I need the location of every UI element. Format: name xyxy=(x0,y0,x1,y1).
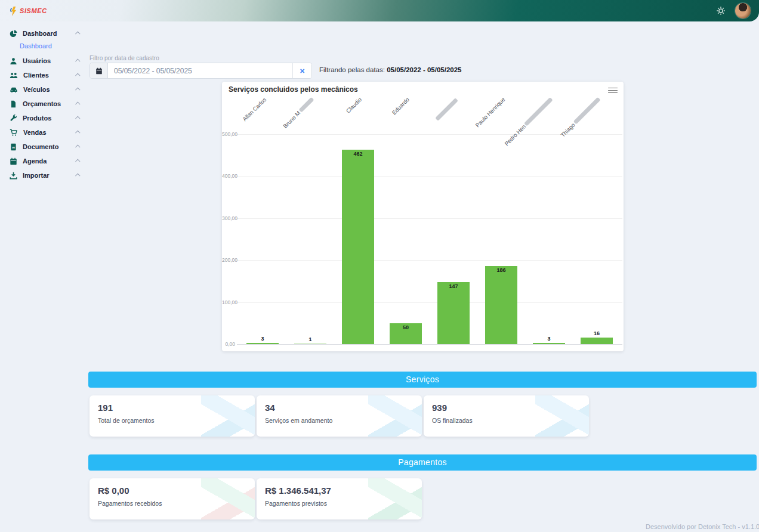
chart-bar-value: 16 xyxy=(581,330,613,336)
sidebar-item-veiculos[interactable]: Veículos xyxy=(0,82,88,97)
chart-category-label: Claudio xyxy=(344,96,363,115)
app-logo[interactable]: SISMEC xyxy=(10,7,47,16)
chevron-up-icon xyxy=(75,73,80,78)
user-avatar[interactable] xyxy=(735,3,751,18)
chevron-up-icon xyxy=(75,58,80,63)
date-range-input-group: × xyxy=(90,63,312,79)
topbar: SISMEC xyxy=(0,0,759,21)
chart-bar xyxy=(533,343,565,344)
main-content: Filtro por data de cadastro × Filtrando … xyxy=(88,21,759,532)
chevron-up-icon xyxy=(75,159,80,163)
sidebar: Dashboard Dashboard Usuários Clientes Ve… xyxy=(0,21,88,532)
chart-bar xyxy=(342,150,374,344)
footer-credit: Desenvolvido por Detonix Tech - v1.1.02 xyxy=(646,523,759,530)
chart-gridline xyxy=(237,218,622,219)
import-download-icon xyxy=(10,172,17,180)
stat-label: Pagamentos recebidos xyxy=(98,500,246,507)
filter-status-text: Filtrando pelas datas: 05/05/2022 - 05/0… xyxy=(319,66,462,73)
redacted-name-blur xyxy=(298,97,314,113)
sidebar-item-label: Importar xyxy=(23,172,50,179)
stat-label: Total de orçamentos xyxy=(98,417,246,424)
sidebar-item-importar[interactable]: Importar xyxy=(0,168,88,183)
sidebar-item-vendas[interactable]: Vendas xyxy=(0,125,88,140)
section-banner-servicos: Serviços xyxy=(88,372,757,388)
chart-gridline xyxy=(237,260,622,261)
sidebar-item-orcamentos[interactable]: Orçamentos xyxy=(0,97,88,111)
sidebar-subitem-dashboard[interactable]: Dashboard xyxy=(0,41,88,54)
sidebar-item-usuarios[interactable]: Usuários xyxy=(0,54,88,68)
sidebar-item-label: Documento xyxy=(23,143,59,150)
stat-card-total-orcamentos: 191 Total de orçamentos xyxy=(90,395,255,437)
card-decoration xyxy=(368,478,422,519)
chart-bar-value: 462 xyxy=(342,151,374,157)
chevron-up-icon xyxy=(75,101,80,106)
chart-bar xyxy=(437,282,470,344)
chevron-up-icon xyxy=(75,31,80,36)
stat-label: OS finalizadas xyxy=(432,417,581,424)
chart-category-label: Bruno M xyxy=(282,96,315,129)
chart-bar-value: 3 xyxy=(246,336,279,342)
chart-category-label: Paulo Henrique xyxy=(474,96,506,128)
stat-card-os-finalizadas: 939 OS finalizadas xyxy=(424,395,589,437)
sidebar-item-produtos[interactable]: Produtos xyxy=(0,111,88,125)
sidebar-item-clientes[interactable]: Clientes xyxy=(0,68,88,82)
stat-label: Serviços em andamento xyxy=(265,417,414,424)
calendar-icon xyxy=(10,157,17,165)
chart-bar-value: 147 xyxy=(437,283,470,289)
gear-icon[interactable] xyxy=(716,6,726,16)
sidebar-item-documento[interactable]: w Documento xyxy=(0,140,88,154)
filter-status-prefix: Filtrando pelas datas: xyxy=(319,66,387,73)
filter-status-dates: 05/05/2022 - 05/05/2025 xyxy=(387,66,461,73)
redacted-name-blur xyxy=(573,97,601,125)
stat-value: R$ 0,00 xyxy=(98,485,246,496)
file-icon xyxy=(10,100,17,108)
calendar-icon xyxy=(95,67,103,75)
group-icon xyxy=(10,72,18,79)
stat-label: Pagamentos previstos xyxy=(265,500,414,507)
chart-y-tick: 400,00 xyxy=(222,173,235,179)
chart-category-label xyxy=(434,98,458,122)
chart-category-label: Allan Carlos xyxy=(241,96,267,122)
sidebar-item-label: Agenda xyxy=(23,157,47,165)
calendar-button[interactable] xyxy=(90,63,108,78)
chart-bar-value: 50 xyxy=(390,324,422,330)
chart-y-tick: 0,00 xyxy=(222,341,235,347)
card-decoration xyxy=(201,478,255,519)
sidebar-item-agenda[interactable]: Agenda xyxy=(0,154,88,168)
chart-y-tick: 300,00 xyxy=(222,215,235,221)
chevron-up-icon xyxy=(75,87,80,92)
stat-card-pagamentos-recebidos: R$ 0,00 Pagamentos recebidos xyxy=(90,478,255,519)
chevron-up-icon xyxy=(75,144,80,149)
sidebar-item-dashboard[interactable]: Dashboard xyxy=(0,26,88,41)
chart-plot-area: 0,00100,00200,00300,00400,00500,003Allan… xyxy=(222,82,624,351)
chart-gridline xyxy=(237,302,622,303)
clear-date-button[interactable]: × xyxy=(292,63,311,78)
dashboard-icon xyxy=(10,30,17,38)
chart-bar-value: 1 xyxy=(294,336,326,342)
card-decoration xyxy=(201,395,255,437)
chart-bar xyxy=(294,344,326,344)
date-range-input[interactable] xyxy=(108,63,292,78)
chart-card: Serviços concluidos pelos mecânicos 0,00… xyxy=(222,82,624,351)
cart-icon xyxy=(10,129,18,137)
sidebar-item-label: Vendas xyxy=(23,129,47,136)
stat-value: 191 xyxy=(98,403,246,413)
redacted-name-blur xyxy=(435,98,458,121)
chart-category-label: Thiago xyxy=(559,96,601,138)
chart-x-axis-line xyxy=(237,344,622,345)
chart-y-tick: 500,00 xyxy=(222,131,235,137)
sidebar-item-label: Produtos xyxy=(23,115,51,122)
redacted-name-blur xyxy=(524,97,553,126)
close-x-icon: × xyxy=(300,66,304,76)
svg-text:w: w xyxy=(11,146,15,149)
user-icon xyxy=(10,57,17,65)
chart-category-label: Eduardo xyxy=(391,96,411,116)
chart-bar xyxy=(485,266,517,344)
card-decoration xyxy=(368,395,422,437)
card-decoration xyxy=(535,395,589,437)
sidebar-item-label: Dashboard xyxy=(23,30,57,37)
car-icon xyxy=(10,86,18,94)
chart-bar xyxy=(581,338,613,344)
stat-value: R$ 1.346.541,37 xyxy=(265,485,414,496)
filter-label: Filtro por data de cadastro xyxy=(90,55,159,61)
